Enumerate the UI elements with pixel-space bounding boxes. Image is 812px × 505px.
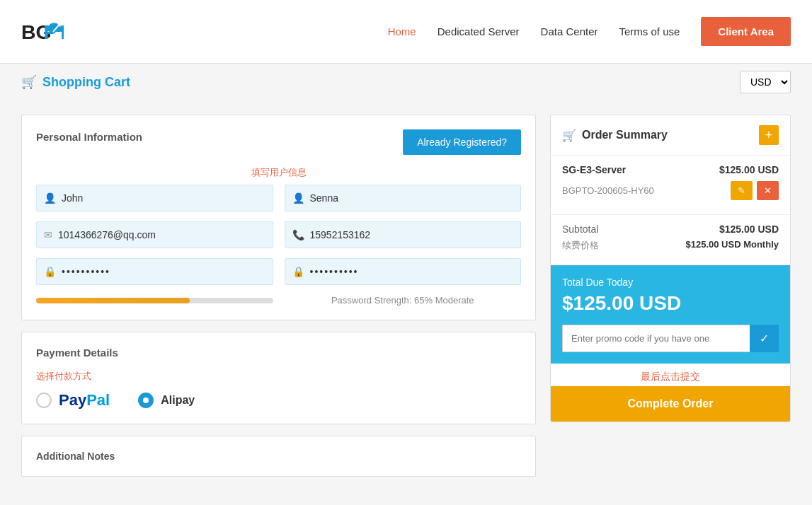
edit-item-button[interactable]: ✎ xyxy=(731,181,753,200)
lock-icon: 🔒 xyxy=(44,266,56,277)
payment-details-section: Payment Details 选择付款方式 PayPal Alipay xyxy=(21,332,536,424)
right-panel: 🛒 Order Summary + SG-E3-Server $125.00 U… xyxy=(550,115,791,477)
total-due-amount: $125.00 USD xyxy=(562,292,779,315)
logo: BG PTO xyxy=(21,16,64,47)
order-summary-title: 🛒 Order Summary xyxy=(562,129,668,142)
header: BG PTO Home Dedicated Server Data Center… xyxy=(0,0,812,64)
shopping-cart-title: 🛒 Shopping Cart xyxy=(21,74,130,90)
total-due-section: Total Due Today $125.00 USD ✓ xyxy=(551,265,790,364)
left-panel: Personal Information Already Registered?… xyxy=(21,115,536,477)
email-icon: ✉ xyxy=(44,229,52,240)
password-row: 🔒 🔒 xyxy=(36,258,521,285)
strength-bar xyxy=(36,298,190,303)
main-content: Personal Information Already Registered?… xyxy=(0,100,812,491)
additional-notes-title: Additional Notes xyxy=(36,451,521,462)
renewal-row: 续费价格 $125.00 USD Monthly xyxy=(562,239,779,252)
subtotal-section: Subtotal $125.00 USD 续费价格 $125.00 USD Mo… xyxy=(551,215,790,265)
subtotal-label: Subtotal xyxy=(562,224,598,235)
delete-item-button[interactable]: ✕ xyxy=(757,181,779,200)
promo-code-input[interactable] xyxy=(562,325,750,352)
last-name-group: 👤 xyxy=(285,185,522,211)
order-summary-label: Order Summary xyxy=(582,129,668,141)
paypal-option[interactable]: PayPal xyxy=(36,391,110,410)
strength-text: Password Strength: 65% Moderate xyxy=(285,295,522,306)
item-name: SG-E3-Server xyxy=(562,164,626,175)
renewal-label: 续费价格 xyxy=(562,239,599,252)
personal-info-header: Personal Information Already Registered? xyxy=(36,129,521,155)
cart-icon: 🛒 xyxy=(21,74,37,90)
payment-hint: 选择付款方式 xyxy=(36,370,521,383)
client-area-button[interactable]: Client Area xyxy=(701,17,791,46)
nav-terms-of-use[interactable]: Terms of use xyxy=(619,25,680,37)
alipay-radio[interactable] xyxy=(138,393,154,408)
password-input[interactable] xyxy=(62,259,265,284)
personal-info-title: Personal Information xyxy=(36,131,142,143)
email-input[interactable] xyxy=(58,222,265,248)
last-name-input[interactable] xyxy=(310,185,514,211)
cart-title-text: Shopping Cart xyxy=(42,75,130,90)
currency-bar: 🛒 Shopping Cart USD CNY EUR xyxy=(0,64,812,100)
email-group: ✉ xyxy=(36,221,273,248)
additional-notes-section: Additional Notes xyxy=(21,436,536,477)
promo-row: ✓ xyxy=(562,325,779,352)
order-item-code-row: BGPTO-200605-HY60 ✎ ✕ xyxy=(562,181,779,200)
email-phone-row: ✉ 📞 xyxy=(36,221,521,248)
complete-order-button[interactable]: Complete Order xyxy=(551,386,790,422)
phone-input[interactable] xyxy=(310,222,514,248)
svg-rect-5 xyxy=(50,28,64,32)
nav-home[interactable]: Home xyxy=(388,25,416,37)
promo-apply-button[interactable]: ✓ xyxy=(750,325,779,352)
phone-icon: 📞 xyxy=(292,229,304,240)
subtotal-value: $125.00 USD xyxy=(719,224,779,235)
payment-options: PayPal Alipay xyxy=(36,391,521,410)
personal-info-section: Personal Information Already Registered?… xyxy=(21,115,536,320)
nav-dedicated-server[interactable]: Dedicated Server xyxy=(438,25,520,37)
phone-group: 📞 xyxy=(285,221,522,248)
subtotal-row: Subtotal $125.00 USD xyxy=(562,224,779,235)
first-name-input[interactable] xyxy=(62,185,265,211)
already-registered-button[interactable]: Already Registered? xyxy=(403,129,521,155)
paypal-logo: PayPal xyxy=(59,391,110,410)
order-summary-header: 🛒 Order Summary + xyxy=(551,115,790,156)
item-actions: ✎ ✕ xyxy=(731,181,779,200)
fill-hint: 填写用户信息 xyxy=(36,166,521,179)
payment-details-title: Payment Details xyxy=(36,347,521,359)
confirm-password-input[interactable] xyxy=(310,259,514,284)
alipay-option[interactable]: Alipay xyxy=(138,393,195,408)
strength-bar-container xyxy=(36,298,273,303)
complete-hint: 最后点击提交 xyxy=(551,364,790,386)
item-price: $125.00 USD xyxy=(719,164,779,175)
order-item-name-row: SG-E3-Server $125.00 USD xyxy=(562,164,779,175)
password-strength-row: Password Strength: 65% Moderate xyxy=(36,295,521,306)
add-item-button[interactable]: + xyxy=(759,125,779,145)
confirm-password-group: 🔒 xyxy=(285,258,522,285)
name-row: 👤 👤 xyxy=(36,185,521,211)
alipay-label: Alipay xyxy=(161,394,195,407)
nav-data-center[interactable]: Data Center xyxy=(541,25,598,37)
order-item: SG-E3-Server $125.00 USD BGPTO-200605-HY… xyxy=(551,156,790,215)
user-icon-2: 👤 xyxy=(292,192,304,204)
user-icon: 👤 xyxy=(44,192,56,204)
navigation: Home Dedicated Server Data Center Terms … xyxy=(388,17,791,46)
item-code: BGPTO-200605-HY60 xyxy=(562,185,654,196)
currency-select[interactable]: USD CNY EUR xyxy=(740,71,791,93)
lock-icon-2: 🔒 xyxy=(292,266,304,277)
renewal-value: $125.00 USD Monthly xyxy=(686,239,779,252)
order-summary: 🛒 Order Summary + SG-E3-Server $125.00 U… xyxy=(550,115,791,422)
total-due-label: Total Due Today xyxy=(562,277,779,288)
first-name-group: 👤 xyxy=(36,185,273,211)
password-group: 🔒 xyxy=(36,258,273,285)
order-cart-icon: 🛒 xyxy=(562,129,576,142)
paypal-radio[interactable] xyxy=(36,393,52,408)
logo-icon: BG PTO xyxy=(21,16,64,47)
